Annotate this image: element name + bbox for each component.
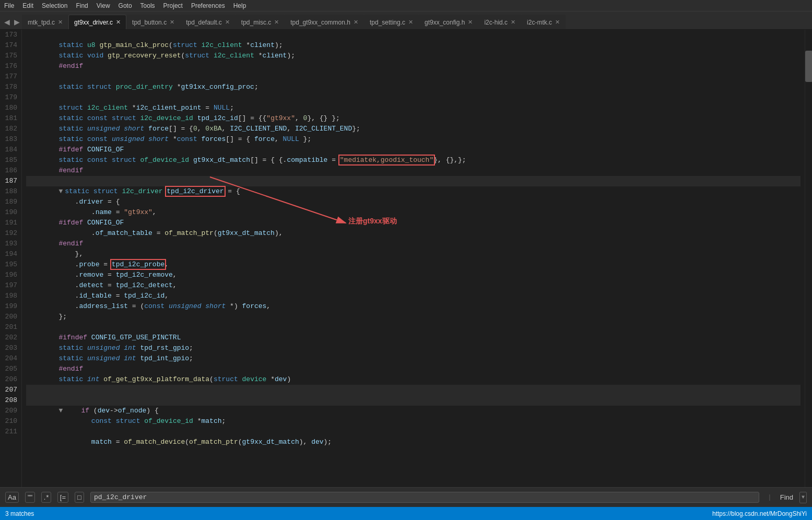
tab-close-tpd-setting[interactable]: ✕ <box>408 19 413 26</box>
tab-gt9xx-driver[interactable]: gt9xx_driver.c ✕ <box>68 15 126 29</box>
status-url: https://blog.csdn.net/MrDongShiYi <box>712 510 807 517</box>
ln-184: 184 <box>4 145 17 155</box>
tab-close-tpd-button[interactable]: ✕ <box>170 19 174 26</box>
ln-202: 202 <box>4 333 17 343</box>
menu-help[interactable]: Help <box>233 2 246 9</box>
tab-label-mtk-tpd: mtk_tpd.c <box>28 19 55 26</box>
tab-tpd-setting[interactable]: tpd_setting.c ✕ <box>364 15 419 29</box>
tab-tpd-gt9xx-common[interactable]: tpd_gt9xx_common.h ✕ <box>285 15 364 29</box>
tab-next-btn[interactable]: ▶ <box>12 15 22 29</box>
code-line-197: .id_table = tpd_i2c_id, <box>26 280 801 291</box>
code-line-177: static struct proc_dir_entry *gt91xx_con… <box>26 72 801 82</box>
code-line-208: ▼ if (dev->of_node) { <box>26 395 801 406</box>
tab-mtk-tpd[interactable]: mtk_tpd.c ✕ <box>22 15 68 29</box>
code-line-200 <box>26 312 801 322</box>
ln-176: 176 <box>4 61 17 72</box>
menu-project[interactable]: Project <box>163 2 183 9</box>
ln-188: 188 <box>4 186 17 197</box>
ln-204: 204 <box>4 353 17 364</box>
tab-label-tpd-gt9xx-common: tpd_gt9xx_common.h <box>290 19 350 26</box>
menu-selection[interactable]: Selection <box>42 2 67 9</box>
ln-182: 182 <box>4 124 17 134</box>
ln-179: 179 <box>4 92 17 103</box>
tab-i2c-hid[interactable]: i2c-hid.c ✕ <box>478 15 521 29</box>
ln-205: 205 <box>4 364 17 374</box>
menu-file[interactable]: File <box>4 2 14 9</box>
ln-196: 196 <box>4 270 17 280</box>
ln-191: 191 <box>4 218 17 228</box>
code-line-211: match = of_match_device(of_match_ptr(gt9… <box>26 427 801 437</box>
code-line-175: #endif <box>26 51 801 61</box>
tab-label-gt9xx-config: gt9xx_config.h <box>425 19 465 26</box>
tab-close-tpd-default[interactable]: ✕ <box>225 19 230 26</box>
code-line-189: .name = "gt9xx", <box>26 197 801 207</box>
menu-view[interactable]: View <box>97 2 110 9</box>
matches-count: 3 matches <box>5 510 34 517</box>
ln-199: 199 <box>4 301 17 312</box>
code-editor[interactable]: static u8 gtp_main_clk_proc(struct i2c_c… <box>22 30 805 487</box>
tab-tpd-misc[interactable]: tpd_misc.c ✕ <box>236 15 285 29</box>
menu-tools[interactable]: Tools <box>140 2 155 9</box>
bottom-toolbar: Aa "" .* [= □ | Find ▼ <box>0 487 812 507</box>
ln-200: 200 <box>4 312 17 322</box>
status-bar: 3 matches https://blog.csdn.net/MrDongSh… <box>0 507 812 520</box>
code-line-185: #endif <box>26 155 801 166</box>
ln-177: 177 <box>4 72 17 82</box>
code-line-179: struct i2c_client *i2c_client_point = NU… <box>26 92 801 103</box>
scroll-indicator[interactable]: ▼ <box>799 492 807 503</box>
code-line-209: const struct of_device_id *match; <box>26 406 801 416</box>
tab-tpd-button[interactable]: tpd_button.c ✕ <box>126 15 180 29</box>
whole-word-btn[interactable]: "" <box>25 492 35 503</box>
ln-210: 210 <box>4 416 17 427</box>
tab-close-i2c-mtk[interactable]: ✕ <box>555 19 560 26</box>
code-line-198: .address_list = (const unsigned short *)… <box>26 291 801 301</box>
tab-close-tpd-misc[interactable]: ✕ <box>274 19 279 26</box>
search-input[interactable] <box>94 493 251 501</box>
indent-btn[interactable]: [= <box>57 492 68 503</box>
code-line-196: .detect = tpd_i2c_detect, <box>26 270 801 280</box>
code-line-204: #endif <box>26 353 801 364</box>
tab-close-gt9xx-driver[interactable]: ✕ <box>116 19 121 26</box>
tab-label-tpd-button: tpd_button.c <box>132 19 167 26</box>
case-sensitive-btn[interactable]: Aa <box>5 492 19 503</box>
code-line-202: static unsigned int tpd_rst_gpio; <box>26 333 801 343</box>
line-numbers: 173 174 175 176 177 178 179 180 181 182 … <box>0 30 22 487</box>
ln-189: 189 <box>4 197 17 207</box>
code-line-207: ▼#if defined(CONFIG_OF) && !defined(CONF… <box>26 385 801 395</box>
ln-194: 194 <box>4 249 17 259</box>
tab-close-tpd-gt9xx-common[interactable]: ✕ <box>354 19 358 26</box>
code-line-183: #ifdef CONFIG_OF <box>26 134 801 145</box>
ln-201: 201 <box>4 322 17 333</box>
code-line-187: ▼static struct i2c_driver tpd_i2c_driver… <box>26 176 801 186</box>
tab-label-tpd-setting: tpd_setting.c <box>370 19 405 26</box>
code-line-174: static void gtp_recovery_reset(struct i2… <box>26 40 801 51</box>
code-line-195: .remove = tpd_i2c_remove, <box>26 259 801 270</box>
code-line-181: static unsigned short force[] = {0, 0xBA… <box>26 113 801 124</box>
regex-btn[interactable]: .* <box>41 492 51 503</box>
menu-edit[interactable]: Edit <box>22 2 33 9</box>
code-container: 173 174 175 176 177 178 179 180 181 182 … <box>0 30 812 487</box>
code-line-191: .of_match_table = of_match_ptr(gt9xx_dt_… <box>26 218 801 228</box>
tab-label-i2c-hid: i2c-hid.c <box>484 19 508 26</box>
tab-tpd-default[interactable]: tpd_default.c ✕ <box>180 15 236 29</box>
search-container[interactable] <box>90 492 759 503</box>
ln-180: 180 <box>4 103 17 113</box>
menu-preferences[interactable]: Preferences <box>191 2 225 9</box>
ln-203: 203 <box>4 343 17 353</box>
code-line-186: MODULE_DEVICE_TABLE(of, gt9xx_dt_match); <box>26 166 801 176</box>
code-line-184: static const struct of_device_id gt9xx_d… <box>26 145 801 155</box>
tab-i2c-mtk[interactable]: i2c-mtk.c ✕ <box>521 15 566 29</box>
scrollbar[interactable] <box>805 30 812 487</box>
tab-prev-btn[interactable]: ◀ <box>2 15 12 29</box>
code-line-206: { <box>26 374 801 385</box>
tab-close-gt9xx-config[interactable]: ✕ <box>468 19 473 26</box>
code-line-173: static u8 gtp_main_clk_proc(struct i2c_c… <box>26 30 801 40</box>
code-line-193: }, <box>26 239 801 249</box>
tab-gt9xx-config[interactable]: gt9xx_config.h ✕ <box>419 15 478 29</box>
tab-close-i2c-hid[interactable]: ✕ <box>511 19 515 26</box>
tab-close-mtk-tpd[interactable]: ✕ <box>58 19 63 26</box>
wrap-btn[interactable]: □ <box>75 492 84 503</box>
menu-goto[interactable]: Goto <box>119 2 132 9</box>
menu-find[interactable]: Find <box>76 2 88 9</box>
tab-label-tpd-misc: tpd_misc.c <box>241 19 271 26</box>
